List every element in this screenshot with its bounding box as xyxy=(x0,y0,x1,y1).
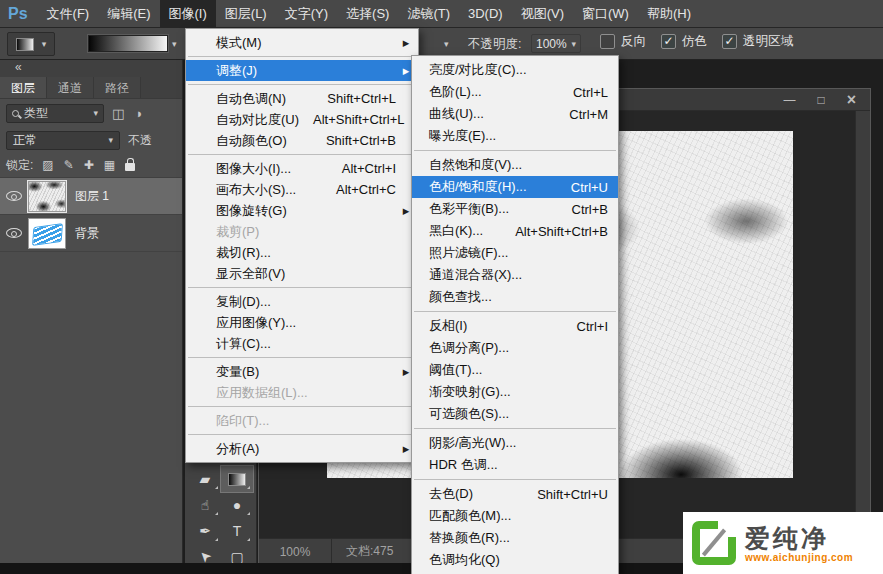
opacity-value-dropdown[interactable]: 100% ▾ xyxy=(531,34,581,53)
menubar-item[interactable]: 图层(L) xyxy=(216,0,276,27)
layer-row[interactable]: 图层 1 xyxy=(0,178,182,215)
menu-item[interactable]: 照片滤镜(F)... xyxy=(412,242,618,264)
menubar-item[interactable]: 文件(F) xyxy=(38,0,99,27)
filter-type-label: 类型 xyxy=(24,105,48,122)
menu-item[interactable]: 色阶(L)...Ctrl+L xyxy=(412,81,618,103)
lock-transparency-icon[interactable]: ▨ xyxy=(42,158,53,172)
menu-item[interactable]: 通道混合器(X)... xyxy=(412,264,618,286)
collapse-icon[interactable]: « xyxy=(15,60,22,74)
menu-item[interactable]: 画布大小(S)...Alt+Ctrl+C xyxy=(186,179,418,200)
layer-thumbnail[interactable] xyxy=(28,218,66,249)
menu-item-label: 陷印(T)... xyxy=(216,412,269,430)
visibility-toggle[interactable] xyxy=(0,191,28,201)
menu-item[interactable]: 曝光度(E)... xyxy=(412,125,618,147)
menu-item[interactable]: 匹配颜色(M)... xyxy=(412,505,618,527)
menu-item[interactable]: 颜色查找... xyxy=(412,286,618,308)
menu-item[interactable]: 自动对比度(U)Alt+Shift+Ctrl+L xyxy=(186,109,418,130)
menu-item-shortcut: Alt+Shift+Ctrl+L xyxy=(299,112,404,127)
menu-item[interactable]: 可选颜色(S)... xyxy=(412,403,618,425)
layer-thumbnail[interactable] xyxy=(28,181,66,212)
menu-item[interactable]: 替换颜色(R)... xyxy=(412,527,618,549)
eye-icon[interactable] xyxy=(6,191,22,201)
menu-item[interactable]: 自动颜色(O)Shift+Ctrl+B xyxy=(186,130,418,151)
menu-item-label: 曝光度(E)... xyxy=(429,127,496,145)
menu-item[interactable]: 色相/饱和度(H)...Ctrl+U xyxy=(412,176,618,198)
menu-item[interactable]: 计算(C)... xyxy=(186,333,418,354)
menu-item[interactable]: 亮度/对比度(C)... xyxy=(412,59,618,81)
filter-image-icon[interactable]: ◫ xyxy=(112,106,124,121)
minimize-icon[interactable]: — xyxy=(783,90,795,110)
visibility-toggle[interactable] xyxy=(0,228,28,238)
menubar-item[interactable]: 帮助(H) xyxy=(638,0,700,27)
checkbox-icon[interactable] xyxy=(600,34,615,49)
checkbox-icon[interactable]: ✓ xyxy=(661,34,676,49)
menu-item[interactable]: 阈值(T)... xyxy=(412,359,618,381)
menu-item[interactable]: 图像旋转(G)▶ xyxy=(186,200,418,221)
menubar-item[interactable]: 选择(S) xyxy=(337,0,398,27)
dodge-tool[interactable]: ● xyxy=(221,492,253,518)
panel-collapse-button[interactable]: « xyxy=(0,60,182,77)
option-checkbox[interactable]: ✓仿色 xyxy=(661,33,707,50)
menubar-item[interactable]: 3D(D) xyxy=(459,0,512,27)
layer-row[interactable]: 背景 xyxy=(0,215,182,252)
zoom-level[interactable]: 100% xyxy=(259,545,331,559)
menu-item[interactable]: 应用图像(Y)... xyxy=(186,312,418,333)
menu-item[interactable]: 分析(A)▶ xyxy=(186,438,418,459)
menu-item[interactable]: 反相(I)Ctrl+I xyxy=(412,315,618,337)
option-checkbox[interactable]: ✓透明区域 xyxy=(722,33,793,50)
checkbox-icon[interactable]: ✓ xyxy=(722,34,737,49)
chevron-down-icon[interactable]: ▾ xyxy=(444,39,449,49)
menu-item[interactable]: 调整(J)▶ xyxy=(186,60,418,81)
menu-item[interactable]: 图像大小(I)...Alt+Ctrl+I xyxy=(186,158,418,179)
menu-item[interactable]: 色调分离(P)... xyxy=(412,337,618,359)
menu-item[interactable]: 黑白(K)...Alt+Shift+Ctrl+B xyxy=(412,220,618,242)
layer-filter-dropdown[interactable]: 类型 ▾ xyxy=(6,104,104,123)
tool-preset-picker[interactable]: ▾ xyxy=(7,32,55,56)
menu-item[interactable]: 陷印(T)... xyxy=(186,410,418,431)
panel-tab-active[interactable]: 图层 xyxy=(0,77,47,98)
menu-item[interactable]: 阴影/高光(W)... xyxy=(412,432,618,454)
menubar-item[interactable]: 滤镜(T) xyxy=(398,0,459,27)
menu-item[interactable]: 渐变映射(G)... xyxy=(412,381,618,403)
menu-item[interactable]: 裁剪(P) xyxy=(186,221,418,242)
menu-item[interactable]: 显示全部(V) xyxy=(186,263,418,284)
close-icon[interactable]: × xyxy=(847,90,856,110)
lock-move-icon[interactable]: ✚ xyxy=(84,158,94,172)
vertical-scrollbar[interactable] xyxy=(855,111,870,538)
menu-item[interactable]: 色调均化(Q) xyxy=(412,549,618,571)
menubar-item[interactable]: 图像(I) xyxy=(160,0,216,27)
smudge-tool[interactable]: ☝ xyxy=(189,492,221,518)
lock-all-icon[interactable] xyxy=(125,163,135,171)
menubar-item[interactable]: 视图(V) xyxy=(512,0,573,27)
panel-tab-inactive[interactable]: 路径 xyxy=(94,77,141,98)
gradient-tool[interactable] xyxy=(221,466,253,492)
menubar-item[interactable]: 窗口(W) xyxy=(573,0,638,27)
option-checkbox[interactable]: 反向 xyxy=(600,33,646,50)
menu-item[interactable]: 复制(D)... xyxy=(186,291,418,312)
menu-item[interactable]: 裁切(R)... xyxy=(186,242,418,263)
lock-paint-icon[interactable]: ✎ xyxy=(64,158,74,172)
menubar-item[interactable]: 文字(Y) xyxy=(276,0,337,27)
lock-artboard-icon[interactable]: ▦ xyxy=(104,158,115,172)
chevron-down-icon[interactable]: ▾ xyxy=(172,39,177,49)
maximize-icon[interactable]: □ xyxy=(817,90,824,110)
type-tool[interactable]: T xyxy=(221,518,253,544)
pen-tool[interactable]: ✒ xyxy=(189,518,221,544)
menu-item[interactable]: 应用数据组(L)... xyxy=(186,382,418,403)
eye-icon[interactable] xyxy=(6,228,22,238)
menu-item[interactable]: 色彩平衡(B)...Ctrl+B xyxy=(412,198,618,220)
menu-item[interactable]: 去色(D)Shift+Ctrl+U xyxy=(412,483,618,505)
menu-item[interactable]: 自动色调(N)Shift+Ctrl+L xyxy=(186,88,418,109)
menu-item[interactable]: 自然饱和度(V)... xyxy=(412,154,618,176)
blend-mode-dropdown[interactable]: 正常 ▾ xyxy=(6,131,120,150)
menu-item[interactable]: 曲线(U)...Ctrl+M xyxy=(412,103,618,125)
eraser-tool[interactable]: ▰ xyxy=(189,466,221,492)
menubar-item[interactable]: 编辑(E) xyxy=(98,0,159,27)
gradient-preview[interactable] xyxy=(88,35,168,52)
menu-item[interactable]: 变量(B)▶ xyxy=(186,361,418,382)
menu-item[interactable]: 模式(M)▶ xyxy=(186,32,418,53)
menu-item-label: 应用数据组(L)... xyxy=(216,384,308,402)
filter-adjustment-icon[interactable]: ◑ xyxy=(134,106,142,121)
menu-item[interactable]: HDR 色调... xyxy=(412,454,618,476)
panel-tab-inactive[interactable]: 通道 xyxy=(47,77,94,98)
